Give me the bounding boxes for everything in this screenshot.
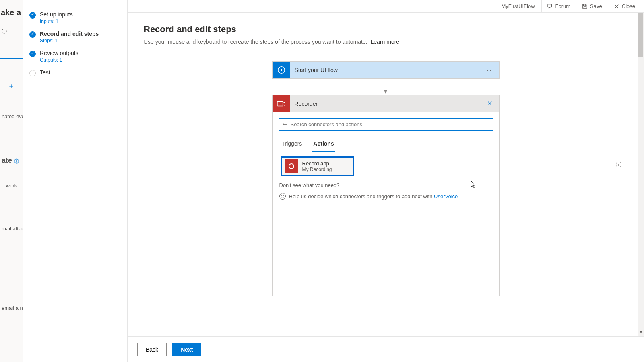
search-input[interactable] xyxy=(291,119,493,130)
forum-label: Forum xyxy=(555,3,571,9)
close-label: Close xyxy=(622,3,635,9)
action-subtitle: My Recording xyxy=(302,167,332,172)
main-area: MyFirstUIFlow Forum Save Close xyxy=(128,0,644,362)
save-button[interactable]: Save xyxy=(576,0,608,13)
close-icon[interactable] xyxy=(484,100,496,108)
wizard-steps-panel: Set up inputs Inputs: 1 Record and edit … xyxy=(23,0,128,362)
check-icon xyxy=(29,31,36,38)
action-record-app-row[interactable]: Record app My Recording i xyxy=(277,156,495,176)
close-button[interactable]: Close xyxy=(608,0,641,13)
sliver-row[interactable]: email a n xyxy=(0,302,23,313)
wizard-step-sub: Inputs: 1 xyxy=(40,19,73,24)
flow-name-label: MyFirstUIFlow xyxy=(495,3,541,9)
close-icon xyxy=(614,4,619,9)
wizard-step-title: Record and edit steps xyxy=(40,31,99,37)
need-heading: Don't see what you need? xyxy=(273,176,499,191)
more-icon[interactable]: ··· xyxy=(481,66,495,74)
forum-button[interactable]: Forum xyxy=(541,0,576,13)
recorder-card: Recorder ← Triggers Actions xyxy=(272,95,500,296)
start-card-title: Start your UI flow xyxy=(290,67,481,73)
svg-rect-0 xyxy=(547,4,551,7)
start-flow-card[interactable]: Start your UI flow ··· xyxy=(272,61,500,79)
page-title: Record and edit steps xyxy=(144,24,628,35)
tab-triggers[interactable]: Triggers xyxy=(281,136,303,152)
plus-icon[interactable]: ＋ xyxy=(0,79,23,93)
arrow-down-icon xyxy=(386,80,386,93)
sliver-title-fragment: ake a fl xyxy=(0,4,23,21)
uservoice-link[interactable]: UserVoice xyxy=(434,193,458,200)
scrollbar-thumb[interactable] xyxy=(638,13,643,57)
left-sliver-panel: ake a fl ⓘ ＋ nated even ate ⓘ e work mai… xyxy=(0,0,23,362)
info-icon: ⓘ xyxy=(0,25,23,37)
top-bar: MyFirstUIFlow Forum Save Close xyxy=(128,0,644,13)
need-text: Help us decide which connectors and trig… xyxy=(289,193,434,200)
search-box[interactable]: ← xyxy=(279,118,493,131)
sliver-row[interactable]: mail attac xyxy=(0,223,23,234)
camera-icon xyxy=(273,95,290,112)
back-arrow-icon[interactable]: ← xyxy=(279,121,291,128)
need-row: Help us decide which connectors and trig… xyxy=(273,191,499,208)
wizard-step-title: Set up inputs xyxy=(40,11,73,18)
actions-list: Record app My Recording i xyxy=(273,152,499,176)
wizard-step-title: Test xyxy=(40,69,50,76)
sliver-row[interactable]: nated even xyxy=(0,111,23,122)
learn-more-link[interactable]: Learn more xyxy=(371,39,400,45)
tab-actions[interactable]: Actions xyxy=(312,136,334,152)
recorder-card-title: Recorder xyxy=(290,101,484,107)
sliver-row[interactable]: e work xyxy=(0,180,23,191)
check-icon xyxy=(29,51,36,57)
action-title: Record app xyxy=(302,160,332,167)
action-record-app[interactable]: Record app My Recording xyxy=(281,156,354,176)
page-description: Use your mouse and keyboard to recreate … xyxy=(144,39,628,45)
smile-icon xyxy=(279,193,286,200)
circle-icon xyxy=(29,70,36,76)
footer-bar: Back Next xyxy=(128,336,644,362)
next-button[interactable]: Next xyxy=(172,343,201,356)
save-icon xyxy=(582,4,588,9)
wizard-step-sub: Outputs: 1 xyxy=(40,57,78,63)
svg-rect-2 xyxy=(277,102,283,106)
info-icon[interactable]: i xyxy=(616,162,621,167)
check-icon xyxy=(29,12,36,19)
save-label: Save xyxy=(590,3,602,9)
sliver-row[interactable]: ate ⓘ xyxy=(0,154,23,167)
selected-indicator xyxy=(0,58,23,59)
wizard-step-sub: Steps: 1 xyxy=(40,38,99,43)
record-icon xyxy=(285,159,298,173)
forum-icon xyxy=(547,4,553,9)
flow-column: Start your UI flow ··· Recorder xyxy=(272,61,500,296)
wizard-step-inputs[interactable]: Set up inputs Inputs: 1 xyxy=(28,8,122,27)
square-icon[interactable] xyxy=(0,63,23,75)
wizard-step-record[interactable]: Record and edit steps Steps: 1 xyxy=(28,27,122,47)
wizard-step-title: Review outputs xyxy=(40,50,78,56)
chevron-down-icon[interactable]: ▾ xyxy=(638,330,644,336)
tabs: Triggers Actions xyxy=(273,136,499,152)
play-icon xyxy=(273,62,290,78)
back-button[interactable]: Back xyxy=(137,343,167,356)
scrollbar[interactable]: ▾ xyxy=(638,13,644,336)
wizard-step-outputs[interactable]: Review outputs Outputs: 1 xyxy=(28,47,122,66)
stage: Record and edit steps Use your mouse and… xyxy=(128,13,644,362)
wizard-step-test[interactable]: Test xyxy=(28,66,122,80)
